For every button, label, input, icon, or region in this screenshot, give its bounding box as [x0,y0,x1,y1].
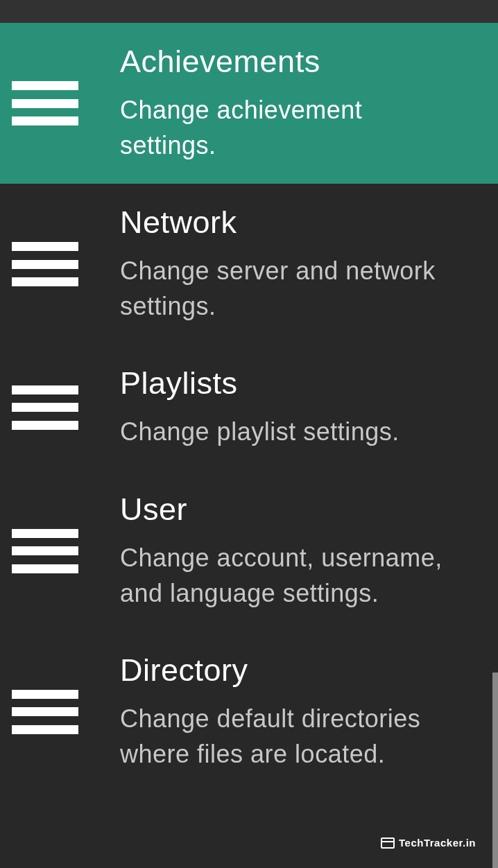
settings-item-title: User [120,492,445,528]
watermark-text: TechTracker.in [399,837,476,849]
settings-list: Achievements Change achievement settings… [0,23,498,792]
settings-item-title: Network [120,205,445,241]
settings-item-description: Change server and network settings. [120,253,445,324]
settings-item-title: Playlists [120,365,445,401]
settings-item-text: Directory Change default directories whe… [120,652,487,772]
settings-item-playlists[interactable]: Playlists Change playlist settings. [0,345,498,470]
hamburger-icon [12,529,78,573]
settings-item-description: Change playlist settings. [120,414,445,449]
settings-item-description: Change default directories where files a… [120,701,445,772]
settings-item-user[interactable]: User Change account, username, and langu… [0,471,498,632]
settings-item-text: Network Change server and network settin… [120,205,487,324]
hamburger-icon [12,81,78,125]
hamburger-icon [12,385,78,430]
settings-item-text: Playlists Change playlist settings. [120,365,487,449]
hamburger-icon [12,690,78,734]
scrollbar-thumb[interactable] [492,672,498,868]
watermark: TechTracker.in [381,837,476,849]
settings-item-text: Achievements Change achievement settings… [120,44,487,163]
window-icon [381,837,395,849]
settings-item-achievements[interactable]: Achievements Change achievement settings… [0,23,498,184]
settings-item-directory[interactable]: Directory Change default directories whe… [0,632,498,792]
hamburger-icon [12,242,78,286]
settings-item-title: Achievements [120,44,445,80]
settings-item-text: User Change account, username, and langu… [120,492,487,611]
top-bar [0,0,498,23]
settings-item-description: Change account, username, and language s… [120,540,445,611]
settings-item-description: Change achievement settings. [120,92,445,163]
settings-item-network[interactable]: Network Change server and network settin… [0,184,498,345]
settings-item-title: Directory [120,652,445,688]
